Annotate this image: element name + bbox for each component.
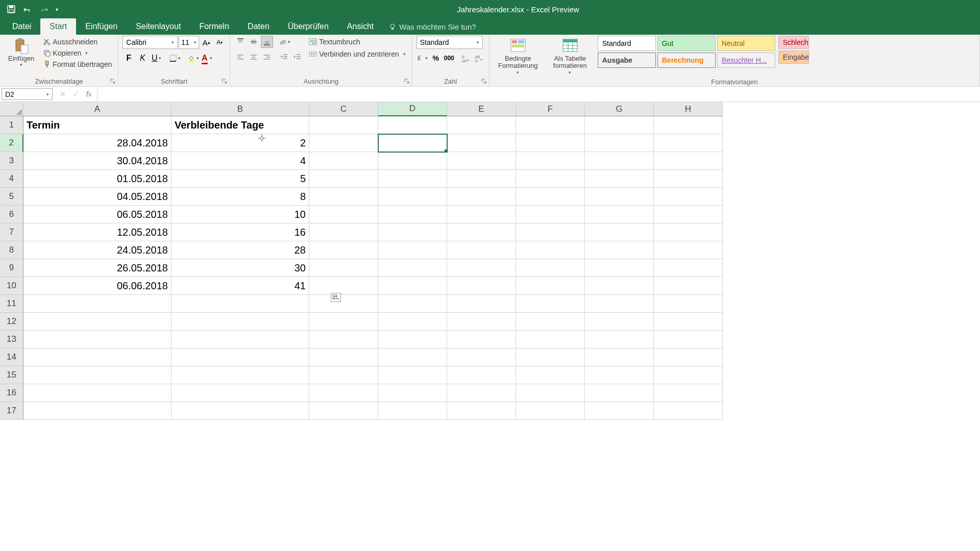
- cell-G13[interactable]: [585, 331, 654, 348]
- cell-G14[interactable]: [585, 348, 654, 366]
- row-header-1[interactable]: 1: [0, 116, 23, 134]
- cell-E4[interactable]: [447, 170, 516, 188]
- row-header-14[interactable]: 14: [0, 348, 23, 366]
- cell-F15[interactable]: [516, 366, 585, 384]
- cell-B14[interactable]: [172, 348, 309, 366]
- cell-E5[interactable]: [447, 188, 516, 206]
- column-header-F[interactable]: F: [516, 102, 585, 116]
- underline-button[interactable]: U▾: [150, 52, 162, 64]
- name-box[interactable]: D2 ▾: [2, 88, 53, 100]
- cell-F7[interactable]: [516, 223, 585, 241]
- cell-G17[interactable]: [585, 402, 654, 420]
- row-header-2[interactable]: 2: [0, 134, 23, 152]
- cell-A14[interactable]: [23, 348, 172, 366]
- cell-G4[interactable]: [585, 170, 654, 188]
- column-header-G[interactable]: G: [585, 102, 654, 116]
- cell-D1[interactable]: [378, 116, 447, 134]
- number-format-select[interactable]: Standard ▾: [416, 36, 483, 49]
- select-all-corner[interactable]: [0, 102, 23, 116]
- row-header-12[interactable]: 12: [0, 313, 23, 331]
- cell-H4[interactable]: [654, 170, 723, 188]
- cell-B6[interactable]: 10: [172, 206, 309, 223]
- column-header-H[interactable]: H: [654, 102, 723, 116]
- cell-G15[interactable]: [585, 366, 654, 384]
- save-button[interactable]: [4, 2, 18, 16]
- cell-D13[interactable]: [378, 331, 447, 348]
- cell-D15[interactable]: [378, 366, 447, 384]
- cell-B16[interactable]: [172, 384, 309, 402]
- format-painter-button[interactable]: Format übertragen: [41, 59, 114, 69]
- fx-button[interactable]: fx: [83, 89, 95, 100]
- cell-A6[interactable]: 06.05.2018: [23, 206, 172, 223]
- undo-button[interactable]: [20, 2, 35, 16]
- cell-E10[interactable]: [447, 277, 516, 295]
- row-header-10[interactable]: 10: [0, 277, 23, 295]
- cell-A2[interactable]: 28.04.2018: [23, 134, 172, 152]
- cell-C11[interactable]: [309, 295, 378, 313]
- cell-C6[interactable]: [309, 206, 378, 223]
- cell-A11[interactable]: [23, 295, 172, 313]
- cell-A17[interactable]: [23, 402, 172, 420]
- row-header-7[interactable]: 7: [0, 223, 23, 241]
- enter-formula-button[interactable]: ✓: [69, 89, 82, 100]
- cell-H3[interactable]: [654, 152, 723, 170]
- cell-D16[interactable]: [378, 384, 447, 402]
- row-header-13[interactable]: 13: [0, 331, 23, 348]
- row-header-17[interactable]: 17: [0, 402, 23, 420]
- number-launcher[interactable]: [481, 78, 488, 85]
- formula-input[interactable]: [97, 87, 980, 102]
- cell-E1[interactable]: [447, 116, 516, 134]
- cell-H10[interactable]: [654, 277, 723, 295]
- cell-G16[interactable]: [585, 384, 654, 402]
- cell-H15[interactable]: [654, 366, 723, 384]
- cell-G7[interactable]: [585, 223, 654, 241]
- cell-D11[interactable]: [378, 295, 447, 313]
- row-header-16[interactable]: 16: [0, 384, 23, 402]
- font-color-button[interactable]: A ▾: [201, 52, 213, 64]
- cell-B2[interactable]: 2: [172, 134, 309, 152]
- cell-E16[interactable]: [447, 384, 516, 402]
- cell-A15[interactable]: [23, 366, 172, 384]
- align-top-button[interactable]: [234, 36, 247, 48]
- column-header-B[interactable]: B: [172, 102, 309, 116]
- cell-F2[interactable]: [516, 134, 585, 152]
- cell-E14[interactable]: [447, 348, 516, 366]
- cell-B3[interactable]: 4: [172, 152, 309, 170]
- cell-F9[interactable]: [516, 259, 585, 277]
- style-neutral[interactable]: Neutral: [717, 36, 775, 51]
- cell-G2[interactable]: [585, 134, 654, 152]
- cell-G1[interactable]: [585, 116, 654, 134]
- cell-D8[interactable]: [378, 241, 447, 259]
- cell-C17[interactable]: [309, 402, 378, 420]
- row-header-5[interactable]: 5: [0, 188, 23, 206]
- cell-A3[interactable]: 30.04.2018: [23, 152, 172, 170]
- copy-button[interactable]: Kopieren ▾: [41, 48, 114, 58]
- qat-customize[interactable]: ▾: [53, 2, 60, 16]
- cell-G8[interactable]: [585, 241, 654, 259]
- percent-button[interactable]: %: [430, 52, 442, 64]
- cell-G9[interactable]: [585, 259, 654, 277]
- align-center-button[interactable]: [248, 51, 260, 63]
- cell-H5[interactable]: [654, 188, 723, 206]
- alignment-launcher[interactable]: [404, 78, 411, 85]
- cell-G6[interactable]: [585, 206, 654, 223]
- cell-B10[interactable]: 41: [172, 277, 309, 295]
- cell-D14[interactable]: [378, 348, 447, 366]
- font-size-select[interactable]: 11 ▾: [179, 36, 199, 49]
- cell-B13[interactable]: [172, 331, 309, 348]
- accounting-button[interactable]: ₤▾: [416, 52, 429, 64]
- cell-E7[interactable]: [447, 223, 516, 241]
- cell-C12[interactable]: [309, 313, 378, 331]
- cell-H13[interactable]: [654, 331, 723, 348]
- cell-C16[interactable]: [309, 384, 378, 402]
- cell-D3[interactable]: [378, 152, 447, 170]
- cell-B12[interactable]: [172, 313, 309, 331]
- cell-D4[interactable]: [378, 170, 447, 188]
- cell-A9[interactable]: 26.05.2018: [23, 259, 172, 277]
- cell-B8[interactable]: 28: [172, 241, 309, 259]
- cell-F16[interactable]: [516, 384, 585, 402]
- column-header-D[interactable]: D: [378, 102, 447, 116]
- cell-B1[interactable]: Verbleibende Tage: [172, 116, 309, 134]
- cell-E11[interactable]: [447, 295, 516, 313]
- column-header-A[interactable]: A: [23, 102, 172, 116]
